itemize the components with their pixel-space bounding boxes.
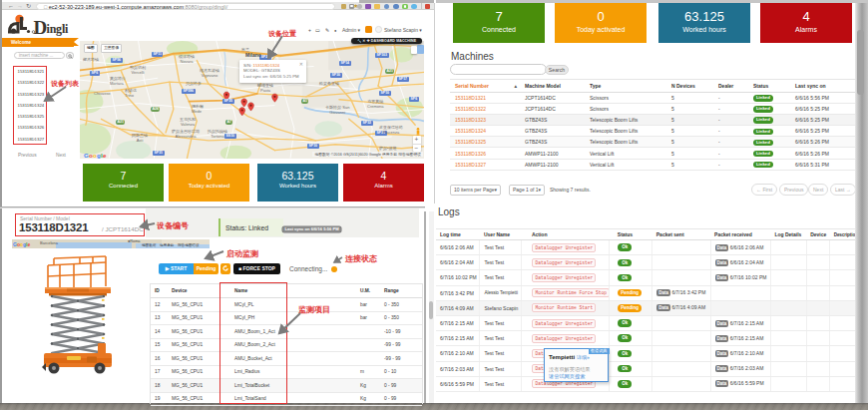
svg-text:D: D <box>34 17 48 38</box>
svg-text:ingli: ingli <box>47 22 70 36</box>
